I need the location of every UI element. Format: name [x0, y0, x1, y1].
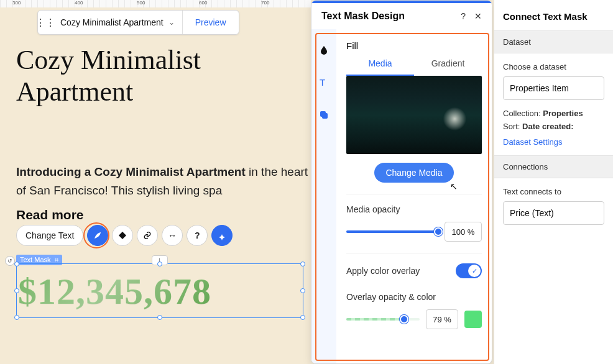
- resize-handle[interactable]: [157, 315, 162, 320]
- connects-to-label: Text connects to: [503, 187, 604, 196]
- tab-gradient[interactable]: Gradient: [414, 58, 482, 76]
- overlay-opacity-slider[interactable]: [346, 318, 420, 321]
- dataset-value: Properties Item: [510, 83, 569, 93]
- apply-overlay-toggle[interactable]: ✓: [456, 263, 482, 278]
- price-text: $12,345,678: [17, 264, 303, 319]
- choose-dataset-label: Choose a dataset: [503, 62, 604, 71]
- media-opacity-value[interactable]: 100 %: [445, 222, 482, 242]
- close-icon[interactable]: ✕: [474, 11, 482, 21]
- resize-handle[interactable]: [300, 288, 305, 293]
- layers-tab-icon[interactable]: [316, 107, 331, 122]
- horizontal-ruler: 300 400 500 600 700: [0, 0, 311, 7]
- connections-section-header: Connections: [494, 155, 613, 178]
- intro-paragraph[interactable]: Introducing a Cozy Minimalist Apartment …: [16, 163, 308, 201]
- media-preview[interactable]: [346, 76, 482, 154]
- vertical-tabs: T: [311, 29, 336, 364]
- sort-label: Sort:: [503, 122, 520, 131]
- change-text-button[interactable]: Change Text: [16, 225, 83, 246]
- help-icon[interactable]: ?: [187, 225, 208, 246]
- reset-icon[interactable]: ↺: [5, 256, 15, 266]
- media-opacity-label: Media opacity: [346, 204, 482, 214]
- align-icon[interactable]: ↔: [162, 225, 183, 246]
- change-media-button[interactable]: Change Media ↖: [374, 163, 453, 183]
- fill-tab-icon[interactable]: [316, 43, 331, 58]
- cursor-icon: ↖: [450, 181, 458, 191]
- tab-media[interactable]: Media: [346, 58, 414, 76]
- selection-tag-label: Text Mask: [20, 256, 51, 263]
- overlay-opacity-value[interactable]: 79 %: [426, 309, 458, 329]
- apply-overlay-label: Apply color overlay: [346, 266, 420, 276]
- intro-bold: Introducing a Cozy Minimalist Apartment: [16, 165, 246, 178]
- page-heading[interactable]: Cozy Minimalist Apartment: [16, 45, 311, 107]
- collection-label: Collection:: [503, 109, 541, 118]
- stretch-icon[interactable]: [112, 225, 133, 246]
- read-more-link[interactable]: Read more: [16, 207, 84, 222]
- text-mask-element[interactable]: ⭳ $12,345,678: [16, 263, 303, 318]
- dataset-dropdown[interactable]: Properties Item: [503, 76, 604, 100]
- connect-panel: Connect Text Mask Dataset Choose a datas…: [494, 0, 613, 364]
- resize-handle[interactable]: [14, 288, 19, 293]
- resize-handle[interactable]: [300, 262, 305, 266]
- text-mask-design-panel: Text Mask Design ? ✕ T Fill Media Gradie…: [311, 0, 492, 364]
- connects-to-value: Price (Text): [510, 208, 554, 218]
- link-icon[interactable]: [137, 225, 158, 246]
- editor-canvas[interactable]: Cozy Minimalist Apartment Introducing a …: [0, 7, 311, 364]
- overlay-opacity-label: Overlay opacity & color: [346, 292, 482, 302]
- connects-to-dropdown[interactable]: Price (Text): [503, 201, 604, 225]
- database-icon: ⌗: [55, 256, 58, 264]
- help-icon[interactable]: ?: [461, 11, 466, 21]
- resize-handle[interactable]: [300, 315, 305, 320]
- collection-value: Properties: [543, 109, 583, 118]
- media-opacity-slider[interactable]: [346, 230, 438, 233]
- svg-rect-3: [322, 113, 328, 119]
- svg-marker-0: [119, 232, 126, 239]
- design-icon[interactable]: [87, 225, 108, 246]
- change-media-label: Change Media: [385, 168, 442, 178]
- resize-handle[interactable]: [157, 262, 162, 266]
- dataset-section-header: Dataset: [494, 30, 613, 53]
- resize-handle[interactable]: [14, 315, 19, 320]
- svg-text:T: T: [320, 77, 325, 88]
- panel-title: Text Mask Design: [321, 11, 405, 22]
- connect-title: Connect Text Mask: [494, 0, 613, 30]
- fill-section-title: Fill: [346, 40, 482, 51]
- element-toolbar: Change Text ↔ ?: [16, 225, 233, 246]
- overlay-color-swatch[interactable]: [464, 311, 482, 328]
- dataset-settings-link[interactable]: Dataset Settings: [503, 137, 604, 147]
- text-tab-icon[interactable]: T: [316, 75, 331, 90]
- resize-handle[interactable]: [14, 262, 19, 266]
- sort-value: Date created:: [522, 122, 573, 131]
- animation-icon[interactable]: [211, 225, 233, 246]
- fill-subtabs: Media Gradient: [346, 58, 482, 76]
